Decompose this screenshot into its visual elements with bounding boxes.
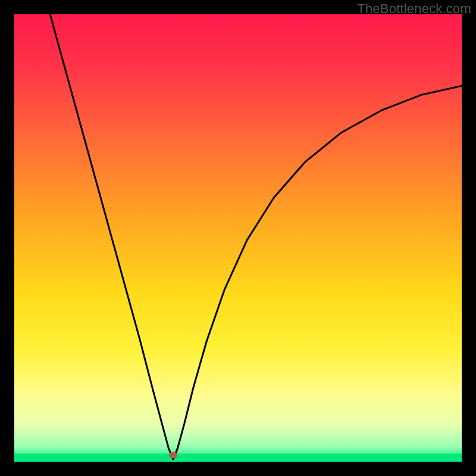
gradient-background — [14, 14, 462, 462]
watermark-text: TheBottleneck.com — [357, 1, 471, 17]
chart-area — [14, 14, 462, 462]
curve-chart — [14, 14, 462, 462]
min-point-marker — [169, 452, 177, 458]
green-strip — [14, 454, 462, 462]
